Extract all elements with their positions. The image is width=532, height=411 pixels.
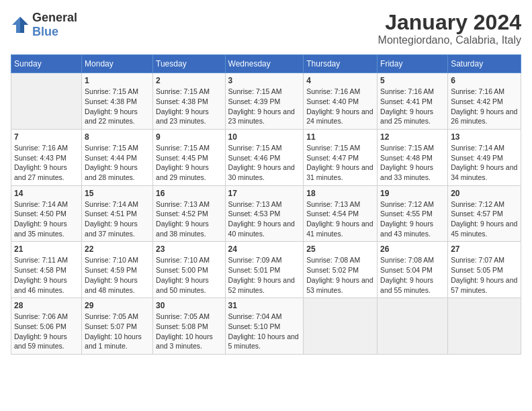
calendar-week-row: 21Sunrise: 7:11 AMSunset: 4:58 PMDayligh… [11,242,521,298]
day-detail: Sunrise: 7:11 AMSunset: 4:58 PMDaylight:… [14,255,79,295]
day-number: 29 [85,301,150,310]
calendar-day-cell: 31Sunrise: 7:04 AMSunset: 5:10 PMDayligh… [225,298,304,355]
day-detail: Sunrise: 7:13 AMSunset: 4:52 PMDaylight:… [156,199,222,239]
day-number: 21 [14,244,79,254]
day-number: 27 [451,244,518,254]
day-detail: Sunrise: 7:10 AMSunset: 5:00 PMDaylight:… [156,255,222,295]
title-block: January 2024 Montegiordano, Calabria, It… [378,11,521,46]
day-number: 25 [306,244,374,254]
month-title: January 2024 [378,11,521,34]
calendar-day-cell: 22Sunrise: 7:10 AMSunset: 4:59 PMDayligh… [82,242,153,298]
header-row: SundayMondayTuesdayWednesdayThursdayFrid… [11,55,521,73]
weekday-header: Friday [378,55,448,73]
day-number: 11 [306,132,374,142]
calendar-table: SundayMondayTuesdayWednesdayThursdayFrid… [11,54,521,355]
day-detail: Sunrise: 7:15 AMSunset: 4:46 PMDaylight:… [228,143,301,183]
calendar-week-row: 14Sunrise: 7:14 AMSunset: 4:50 PMDayligh… [11,185,521,242]
weekday-header: Sunday [11,55,82,73]
day-number: 28 [14,301,79,310]
calendar-day-cell: 19Sunrise: 7:12 AMSunset: 4:55 PMDayligh… [378,185,448,242]
calendar-day-cell: 26Sunrise: 7:08 AMSunset: 5:04 PMDayligh… [378,242,448,298]
logo: General Blue [11,11,77,39]
logo-general: General [32,11,77,24]
day-detail: Sunrise: 7:12 AMSunset: 4:55 PMDaylight:… [380,199,445,239]
day-detail: Sunrise: 7:15 AMSunset: 4:38 PMDaylight:… [85,87,150,126]
calendar-day-cell: 11Sunrise: 7:15 AMSunset: 4:47 PMDayligh… [304,129,378,185]
day-number: 5 [380,76,445,85]
day-detail: Sunrise: 7:15 AMSunset: 4:45 PMDaylight:… [156,143,222,183]
calendar-day-cell: 9Sunrise: 7:15 AMSunset: 4:45 PMDaylight… [153,129,226,185]
day-detail: Sunrise: 7:15 AMSunset: 4:48 PMDaylight:… [380,143,445,183]
calendar-day-cell: 4Sunrise: 7:16 AMSunset: 4:40 PMDaylight… [304,73,378,130]
calendar-day-cell: 13Sunrise: 7:14 AMSunset: 4:49 PMDayligh… [448,129,521,185]
calendar-day-cell [378,298,448,355]
calendar-day-cell [304,298,378,355]
calendar-header: SundayMondayTuesdayWednesdayThursdayFrid… [11,55,521,73]
logo-icon [11,15,30,34]
day-number: 7 [14,132,79,142]
day-detail: Sunrise: 7:15 AMSunset: 4:44 PMDaylight:… [85,143,150,183]
calendar-day-cell: 5Sunrise: 7:16 AMSunset: 4:41 PMDaylight… [378,73,448,130]
day-number: 4 [306,76,374,85]
day-number: 18 [306,189,374,198]
day-number: 30 [156,301,222,310]
logo-text: General Blue [32,11,77,39]
day-detail: Sunrise: 7:16 AMSunset: 4:40 PMDaylight:… [306,87,374,126]
day-number: 16 [156,189,222,198]
day-detail: Sunrise: 7:06 AMSunset: 5:06 PMDaylight:… [14,312,79,351]
calendar-day-cell: 3Sunrise: 7:15 AMSunset: 4:39 PMDaylight… [225,73,304,130]
day-number: 9 [156,132,222,142]
calendar-week-row: 28Sunrise: 7:06 AMSunset: 5:06 PMDayligh… [11,298,521,355]
calendar-week-row: 7Sunrise: 7:16 AMSunset: 4:43 PMDaylight… [11,129,521,185]
day-detail: Sunrise: 7:13 AMSunset: 4:53 PMDaylight:… [228,199,301,239]
page-header: General Blue January 2024 Montegiordano,… [11,11,521,46]
weekday-header: Wednesday [225,55,304,73]
day-detail: Sunrise: 7:04 AMSunset: 5:10 PMDaylight:… [228,312,301,351]
day-detail: Sunrise: 7:16 AMSunset: 4:41 PMDaylight:… [380,87,445,126]
day-detail: Sunrise: 7:15 AMSunset: 4:39 PMDaylight:… [228,87,301,126]
calendar-day-cell: 6Sunrise: 7:16 AMSunset: 4:42 PMDaylight… [448,73,521,130]
weekday-header: Thursday [304,55,378,73]
day-detail: Sunrise: 7:13 AMSunset: 4:54 PMDaylight:… [306,199,374,239]
calendar-day-cell: 8Sunrise: 7:15 AMSunset: 4:44 PMDaylight… [82,129,153,185]
calendar-day-cell: 1Sunrise: 7:15 AMSunset: 4:38 PMDaylight… [82,73,153,130]
day-detail: Sunrise: 7:08 AMSunset: 5:02 PMDaylight:… [306,255,374,295]
day-detail: Sunrise: 7:14 AMSunset: 4:50 PMDaylight:… [14,199,79,239]
day-detail: Sunrise: 7:12 AMSunset: 4:57 PMDaylight:… [451,199,518,239]
calendar-day-cell: 21Sunrise: 7:11 AMSunset: 4:58 PMDayligh… [11,242,82,298]
day-detail: Sunrise: 7:16 AMSunset: 4:42 PMDaylight:… [451,87,518,126]
location-title: Montegiordano, Calabria, Italy [378,34,521,46]
calendar-day-cell: 15Sunrise: 7:14 AMSunset: 4:51 PMDayligh… [82,185,153,242]
day-number: 14 [14,189,79,198]
day-number: 24 [228,244,301,254]
day-number: 2 [156,76,222,85]
calendar-day-cell: 24Sunrise: 7:09 AMSunset: 5:01 PMDayligh… [225,242,304,298]
weekday-header: Tuesday [153,55,226,73]
day-detail: Sunrise: 7:08 AMSunset: 5:04 PMDaylight:… [380,255,445,295]
calendar-day-cell: 23Sunrise: 7:10 AMSunset: 5:00 PMDayligh… [153,242,226,298]
day-detail: Sunrise: 7:15 AMSunset: 4:38 PMDaylight:… [156,87,222,126]
day-number: 17 [228,189,301,198]
day-detail: Sunrise: 7:15 AMSunset: 4:47 PMDaylight:… [306,143,374,183]
day-number: 12 [380,132,445,142]
day-detail: Sunrise: 7:10 AMSunset: 4:59 PMDaylight:… [85,255,150,295]
day-number: 8 [85,132,150,142]
day-detail: Sunrise: 7:07 AMSunset: 5:05 PMDaylight:… [451,255,518,295]
calendar-day-cell: 28Sunrise: 7:06 AMSunset: 5:06 PMDayligh… [11,298,82,355]
day-detail: Sunrise: 7:09 AMSunset: 5:01 PMDaylight:… [228,255,301,295]
day-detail: Sunrise: 7:14 AMSunset: 4:49 PMDaylight:… [451,143,518,183]
weekday-header: Monday [82,55,153,73]
calendar-day-cell: 7Sunrise: 7:16 AMSunset: 4:43 PMDaylight… [11,129,82,185]
calendar-day-cell [11,73,82,130]
calendar-day-cell: 18Sunrise: 7:13 AMSunset: 4:54 PMDayligh… [304,185,378,242]
day-number: 22 [85,244,150,254]
day-number: 31 [228,301,301,310]
day-detail: Sunrise: 7:05 AMSunset: 5:07 PMDaylight:… [85,312,150,351]
calendar-day-cell: 27Sunrise: 7:07 AMSunset: 5:05 PMDayligh… [448,242,521,298]
calendar-day-cell: 20Sunrise: 7:12 AMSunset: 4:57 PMDayligh… [448,185,521,242]
calendar-day-cell: 29Sunrise: 7:05 AMSunset: 5:07 PMDayligh… [82,298,153,355]
svg-marker-1 [20,17,28,33]
calendar-week-row: 1Sunrise: 7:15 AMSunset: 4:38 PMDaylight… [11,73,521,130]
calendar-day-cell: 16Sunrise: 7:13 AMSunset: 4:52 PMDayligh… [153,185,226,242]
calendar-day-cell: 25Sunrise: 7:08 AMSunset: 5:02 PMDayligh… [304,242,378,298]
